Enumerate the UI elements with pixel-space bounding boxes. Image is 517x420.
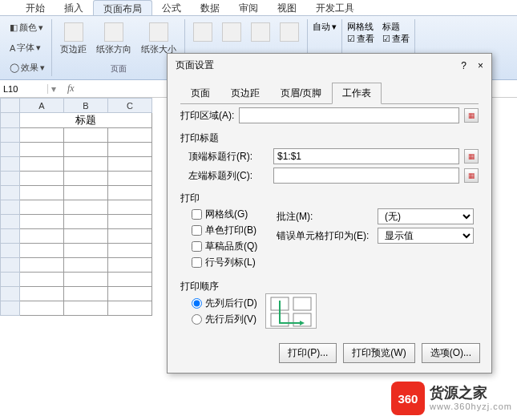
btn-effects[interactable]: ◯效果 ▾ — [8, 61, 46, 75]
row-header[interactable] — [1, 301, 20, 316]
cell[interactable] — [64, 186, 108, 200]
btn-breaks[interactable] — [219, 21, 244, 45]
tab-review[interactable]: 审阅 — [229, 0, 268, 15]
errors-select[interactable]: 显示值 — [378, 228, 474, 244]
cell[interactable] — [20, 244, 64, 258]
cell[interactable] — [20, 301, 64, 316]
title-cell[interactable]: 标题 — [20, 113, 152, 128]
cell[interactable] — [20, 258, 64, 273]
cell[interactable] — [20, 215, 64, 229]
cell[interactable] — [64, 128, 108, 143]
row-header[interactable] — [1, 273, 20, 287]
cell[interactable] — [108, 157, 152, 172]
cell[interactable] — [64, 229, 108, 244]
cell[interactable] — [20, 143, 64, 157]
cell[interactable] — [64, 301, 108, 316]
cb-black-white[interactable]: 单色打印(B) — [192, 224, 277, 237]
cell[interactable] — [64, 244, 108, 258]
cell[interactable] — [20, 186, 64, 200]
row-header[interactable] — [1, 186, 20, 200]
row-header[interactable] — [1, 113, 20, 128]
row-header[interactable] — [1, 157, 20, 172]
cell[interactable] — [108, 287, 152, 301]
row-header[interactable] — [1, 244, 20, 258]
tab-insert[interactable]: 插入 — [55, 0, 93, 15]
cb-row-col-headings[interactable]: 行号列标(L) — [192, 256, 277, 269]
col-a[interactable]: A — [20, 99, 64, 113]
cell[interactable] — [108, 229, 152, 244]
range-picker-icon[interactable]: ▦ — [464, 108, 479, 123]
left-cols-input[interactable] — [273, 168, 459, 184]
radio-over-down[interactable]: 先行后列(V) — [192, 313, 257, 326]
name-box[interactable]: L10 — [0, 84, 48, 94]
cell[interactable] — [108, 128, 152, 143]
tab-page[interactable]: 页面 — [180, 83, 220, 104]
btn-fonts[interactable]: A字体 ▾ — [8, 41, 46, 55]
row-header[interactable] — [1, 215, 20, 229]
row-header[interactable] — [1, 128, 20, 143]
cell[interactable] — [20, 229, 64, 244]
print-area-input[interactable] — [239, 107, 459, 123]
help-icon[interactable]: ? — [461, 60, 467, 71]
row-header[interactable] — [1, 200, 20, 215]
cell[interactable] — [64, 172, 108, 186]
cb-draft[interactable]: 草稿品质(Q) — [192, 240, 277, 253]
cell[interactable] — [20, 200, 64, 215]
cb-view-grid[interactable]: ☑ 查看 — [347, 33, 374, 45]
cell[interactable] — [64, 157, 108, 172]
cell[interactable] — [64, 258, 108, 273]
btn-orientation[interactable]: 纸张方向 — [93, 21, 135, 57]
cell[interactable] — [108, 172, 152, 186]
fx-icon[interactable]: fx — [59, 83, 83, 95]
print-button[interactable]: 打印(P)... — [279, 343, 337, 363]
tab-home[interactable]: 开始 — [16, 0, 55, 15]
width-control[interactable]: 自动 ▾ — [313, 21, 337, 33]
tab-data[interactable]: 数据 — [191, 0, 229, 15]
btn-size[interactable]: 纸张大小 — [138, 21, 180, 57]
comments-select[interactable]: (无) — [378, 208, 474, 224]
btn-margins[interactable]: 页边距 — [57, 21, 90, 57]
range-picker-icon[interactable]: ▦ — [464, 168, 479, 183]
cell[interactable] — [20, 172, 64, 186]
tab-view[interactable]: 视图 — [268, 0, 306, 15]
btn-background[interactable] — [248, 21, 273, 45]
cell[interactable] — [108, 301, 152, 316]
row-header[interactable] — [1, 229, 20, 244]
btn-colors[interactable]: ◧颜色 ▾ — [8, 21, 46, 34]
close-icon[interactable]: × — [478, 60, 483, 71]
col-c[interactable]: C — [108, 99, 152, 113]
cell[interactable] — [108, 244, 152, 258]
row-header[interactable] — [1, 143, 20, 157]
radio-down-over[interactable]: 先列后行(D) — [192, 297, 257, 310]
cell[interactable] — [108, 258, 152, 273]
tab-header-footer[interactable]: 页眉/页脚 — [270, 83, 332, 104]
tab-page-layout[interactable]: 页面布局 — [93, 0, 152, 15]
tab-formulas[interactable]: 公式 — [152, 0, 191, 15]
cell[interactable] — [20, 157, 64, 172]
cell[interactable] — [108, 186, 152, 200]
print-preview-button[interactable]: 打印预览(W) — [343, 343, 414, 363]
cell[interactable] — [108, 200, 152, 215]
cell[interactable] — [64, 143, 108, 157]
cell[interactable] — [20, 128, 64, 143]
top-rows-input[interactable] — [273, 148, 459, 164]
tab-margins[interactable]: 页边距 — [220, 83, 270, 104]
row-header[interactable] — [1, 287, 20, 301]
namebox-dropdown-icon[interactable]: ▾ — [48, 83, 59, 95]
row-header[interactable] — [1, 258, 20, 273]
cell[interactable] — [108, 143, 152, 157]
cb-gridlines[interactable]: 网格线(G) — [192, 208, 277, 221]
options-button[interactable]: 选项(O)... — [422, 343, 480, 363]
col-b[interactable]: B — [64, 99, 108, 113]
cb-view-head[interactable]: ☑ 查看 — [382, 33, 410, 45]
cell[interactable] — [108, 273, 152, 287]
row-header[interactable] — [1, 172, 20, 186]
cell[interactable] — [64, 273, 108, 287]
cell[interactable] — [64, 287, 108, 301]
btn-print-area[interactable] — [190, 21, 216, 45]
cell[interactable] — [20, 273, 64, 287]
cell[interactable] — [64, 200, 108, 215]
tab-worksheet[interactable]: 工作表 — [332, 83, 382, 104]
cell[interactable] — [64, 215, 108, 229]
btn-print-titles[interactable] — [277, 21, 302, 45]
